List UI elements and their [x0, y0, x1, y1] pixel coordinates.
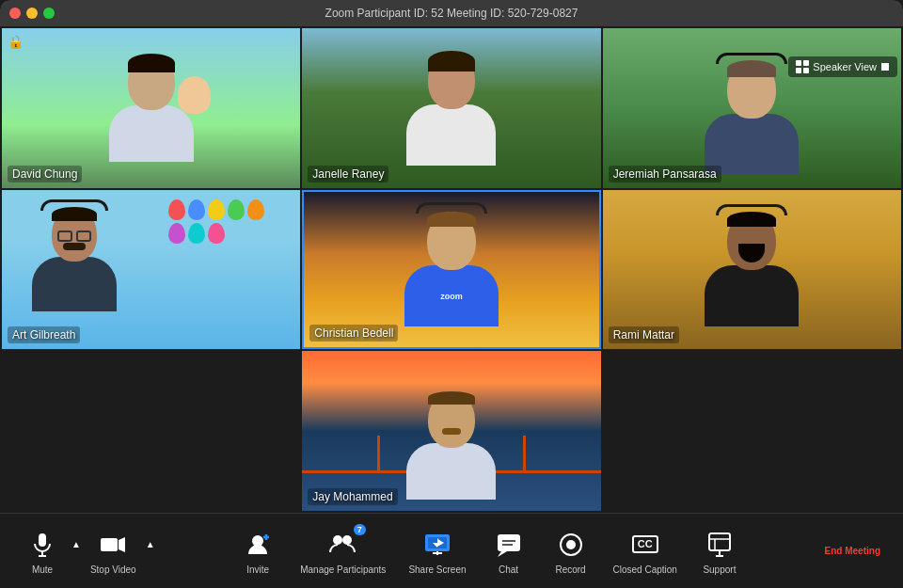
svg-point-12: [333, 535, 342, 545]
toolbar: Mute ▲ Stop Video ▲: [0, 513, 903, 588]
stop-video-label: Stop Video: [90, 564, 136, 575]
minimize-button[interactable]: [26, 8, 38, 19]
video-spacer-right: [603, 351, 901, 511]
video-cell-christian-bedell: zoom Christian Bedell: [302, 190, 600, 350]
invite-button[interactable]: Invite: [234, 524, 281, 579]
video-cell-janelle-raney: Janelle Raney: [302, 28, 600, 188]
svg-rect-3: [803, 68, 809, 73]
toolbar-right: End Meeting: [821, 542, 884, 560]
close-button[interactable]: [9, 8, 21, 19]
traffic-lights: [9, 8, 55, 19]
svg-point-26: [566, 540, 576, 549]
closed-caption-label: Closed Caption: [613, 564, 677, 575]
video-cell-jeremiah-pansarasa: Jeremiah Pansarasa: [603, 28, 901, 188]
svg-rect-0: [796, 60, 801, 66]
record-label: Record: [555, 564, 585, 575]
speaker-view-label: Speaker View: [813, 61, 877, 72]
video-cell-rami-mattar: Rami Mattar: [603, 190, 901, 350]
svg-rect-2: [796, 68, 801, 73]
maximize-button[interactable]: [43, 8, 55, 19]
manage-participants-label: Manage Participants: [300, 564, 386, 575]
record-button[interactable]: Record: [547, 524, 594, 579]
chat-label: Chat: [499, 564, 518, 575]
participant-label-jay: Jay Mohammed: [308, 488, 397, 505]
closed-caption-icon: CC: [628, 528, 662, 562]
share-screen-button[interactable]: Share Screen: [404, 524, 469, 579]
title-bar: Zoom Participant ID: 52 Meeting ID: 520-…: [0, 0, 903, 26]
participants-badge: 7: [354, 524, 366, 535]
video-spacer-left: [2, 351, 300, 511]
support-label: Support: [703, 564, 736, 575]
chat-button[interactable]: Chat: [485, 524, 532, 579]
svg-rect-1: [803, 60, 809, 66]
svg-marker-8: [119, 537, 125, 552]
window-title: Zoom Participant ID: 52 Meeting ID: 520-…: [325, 7, 578, 20]
participant-label-rami: Rami Mattar: [609, 326, 679, 343]
mute-label: Mute: [32, 564, 53, 575]
manage-participants-icon: 7: [326, 528, 360, 562]
participant-label-art: Art Gilbreath: [8, 326, 80, 343]
end-meeting-label: End Meeting: [825, 546, 880, 556]
svg-rect-21: [498, 534, 520, 551]
support-icon: [703, 528, 737, 562]
svg-rect-7: [101, 538, 118, 551]
video-camera-icon: [96, 528, 130, 562]
video-chevron[interactable]: ▲: [144, 535, 157, 553]
participant-label-christian: Christian Bedell: [309, 325, 398, 342]
toolbar-center: Invite 7 Manage Participants: [234, 524, 743, 579]
invite-icon: [241, 528, 275, 562]
share-screen-icon: [420, 528, 454, 562]
share-screen-label: Share Screen: [408, 564, 466, 575]
toolbar-left: Mute ▲ Stop Video ▲: [19, 524, 157, 579]
svg-point-13: [342, 535, 352, 545]
mute-chevron[interactable]: ▲: [70, 535, 83, 553]
stop-video-button[interactable]: Stop Video: [87, 524, 140, 579]
participant-label-janelle: Janelle Raney: [308, 166, 388, 183]
mute-icon: [25, 528, 59, 562]
chat-icon: [492, 528, 526, 562]
invite-label: Invite: [246, 564, 269, 575]
closed-caption-button[interactable]: CC Closed Caption: [610, 524, 681, 579]
video-grid: Speaker View 🔒 David Chung: [0, 26, 903, 513]
record-icon: [554, 528, 588, 562]
mute-button[interactable]: Mute: [19, 524, 66, 579]
end-meeting-button[interactable]: End Meeting: [821, 542, 884, 560]
video-cell-david-chung: 🔒 David Chung: [2, 28, 300, 188]
support-button[interactable]: Support: [696, 524, 743, 579]
participant-label-david: David Chung: [8, 166, 82, 183]
participant-label-jeremiah: Jeremiah Pansarasa: [609, 166, 721, 183]
speaker-view-button[interactable]: Speaker View: [788, 56, 897, 77]
video-cell-art-gilbreath: Art Gilbreath: [2, 190, 300, 350]
svg-rect-27: [709, 533, 730, 550]
svg-rect-4: [39, 533, 46, 547]
svg-marker-22: [498, 551, 507, 557]
manage-participants-button[interactable]: 7 Manage Participants: [296, 524, 389, 579]
video-cell-jay-mohammed: Jay Mohammed: [302, 351, 600, 511]
